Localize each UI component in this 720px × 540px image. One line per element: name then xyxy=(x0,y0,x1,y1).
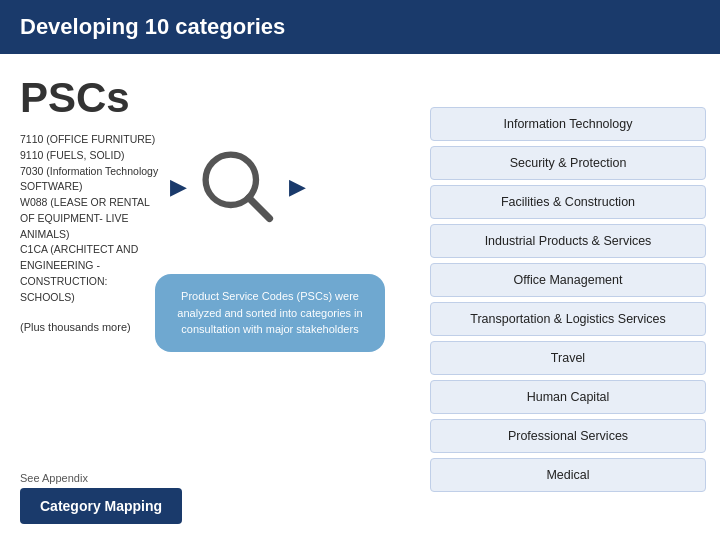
magnifier-icon xyxy=(193,142,283,232)
page-title: Developing 10 categories xyxy=(0,0,720,54)
bottom-left-section: See Appendix Category Mapping xyxy=(20,472,182,524)
see-appendix-label: See Appendix xyxy=(20,472,182,484)
speech-bubble-text: Product Service Codes (PSCs) were analyz… xyxy=(177,290,362,335)
category-box-0: Information Technology xyxy=(430,107,706,141)
category-box-8: Professional Services xyxy=(430,419,706,453)
speech-bubble: Product Service Codes (PSCs) were analyz… xyxy=(155,274,385,352)
category-box-6: Travel xyxy=(430,341,706,375)
header-title: Developing 10 categories xyxy=(20,14,285,39)
category-box-5: Transportation & Logistics Services xyxy=(430,302,706,336)
pscs-title: PSCs xyxy=(20,74,400,122)
psc-codes-text: 7110 (OFFICE FURNITURE) 9110 (FUELS, SOL… xyxy=(20,133,158,303)
category-box-2: Facilities & Construction xyxy=(430,185,706,219)
category-box-4: Office Management xyxy=(430,263,706,297)
svg-line-1 xyxy=(249,198,270,219)
category-box-9: Medical xyxy=(430,458,706,492)
category-box-3: Industrial Products & Services xyxy=(430,224,706,258)
main-content: PSCs 7110 (OFFICE FURNITURE) 9110 (FUELS… xyxy=(0,54,720,540)
psc-codes-list: 7110 (OFFICE FURNITURE) 9110 (FUELS, SOL… xyxy=(20,132,160,305)
left-panel: PSCs 7110 (OFFICE FURNITURE) 9110 (FUELS… xyxy=(0,54,420,540)
categories-panel: Information TechnologySecurity & Protect… xyxy=(420,54,720,540)
arrow-right-icon-2: ▶ xyxy=(289,174,306,200)
category-mapping-button[interactable]: Category Mapping xyxy=(20,488,182,524)
category-box-7: Human Capital xyxy=(430,380,706,414)
category-box-1: Security & Protection xyxy=(430,146,706,180)
arrow-right-icon: ▶ xyxy=(170,174,187,200)
